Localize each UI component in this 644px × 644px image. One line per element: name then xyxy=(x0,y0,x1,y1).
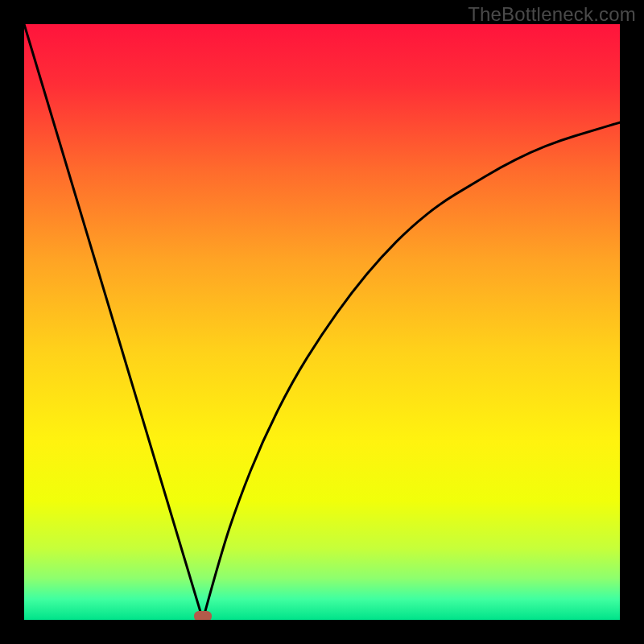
watermark-text: TheBottleneck.com xyxy=(468,3,636,26)
optimal-marker xyxy=(194,611,212,620)
plot-area xyxy=(24,24,620,620)
chart-frame: TheBottleneck.com xyxy=(0,0,644,644)
chart-svg xyxy=(24,24,620,620)
